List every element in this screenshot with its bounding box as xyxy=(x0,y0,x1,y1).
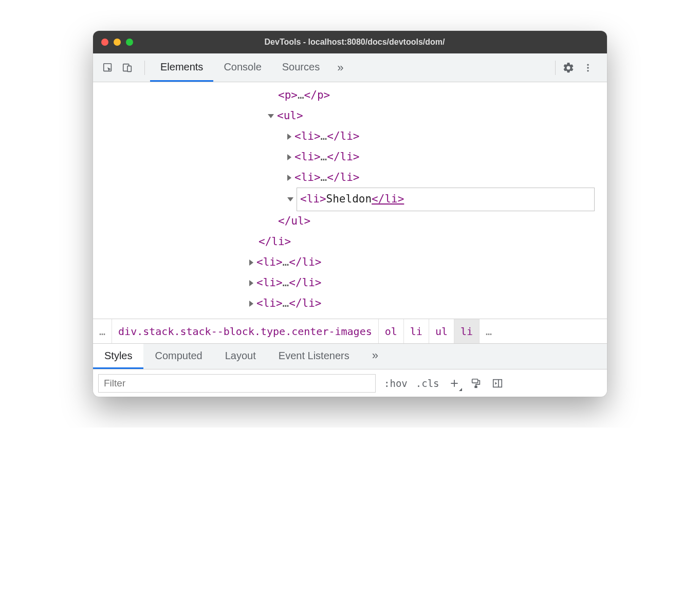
minimize-window-button[interactable] xyxy=(114,39,121,46)
dom-node-p[interactable]: <p> xyxy=(278,85,298,106)
dom-node-ul[interactable]: <ul> xyxy=(277,106,303,126)
expand-arrow-icon[interactable] xyxy=(287,134,291,140)
panel-tabs: Elements Console Sources » xyxy=(150,53,351,82)
dom-node-li[interactable]: <li> xyxy=(294,168,321,188)
breadcrumb-li-selected[interactable]: li xyxy=(454,319,480,343)
breadcrumb-overflow-left[interactable]: … xyxy=(93,319,112,343)
svg-rect-2 xyxy=(127,66,131,71)
settings-gear-icon[interactable] xyxy=(561,60,576,76)
svg-point-3 xyxy=(587,64,588,65)
tab-styles[interactable]: Styles xyxy=(93,344,143,369)
svg-rect-10 xyxy=(493,379,502,387)
tab-layout[interactable]: Layout xyxy=(214,344,267,369)
svg-point-5 xyxy=(587,70,588,71)
expand-arrow-icon[interactable] xyxy=(287,197,293,201)
maximize-window-button[interactable] xyxy=(126,39,133,46)
expand-arrow-icon[interactable] xyxy=(249,280,253,286)
tab-event-listeners[interactable]: Event Listeners xyxy=(267,344,361,369)
separator xyxy=(144,61,145,75)
hover-state-button[interactable]: :hov xyxy=(384,378,408,389)
svg-point-4 xyxy=(587,67,588,68)
dom-node-li[interactable]: <li> xyxy=(294,126,321,147)
more-tabs-chevron-icon[interactable]: » xyxy=(361,344,390,369)
tab-computed[interactable]: Computed xyxy=(143,344,213,369)
titlebar: DevTools - localhost:8080/docs/devtools/… xyxy=(93,31,607,53)
devtools-window: DevTools - localhost:8080/docs/devtools/… xyxy=(93,31,607,397)
expand-arrow-icon[interactable] xyxy=(287,175,291,181)
svg-rect-9 xyxy=(475,386,477,387)
window-controls xyxy=(101,39,133,46)
classes-button[interactable]: .cls xyxy=(416,378,439,389)
device-toolbar-icon[interactable] xyxy=(120,60,135,76)
tab-elements[interactable]: Elements xyxy=(150,53,213,82)
styles-toolbar: :hov .cls xyxy=(93,369,607,397)
svg-rect-8 xyxy=(472,379,477,382)
breadcrumb-ol[interactable]: ol xyxy=(379,319,404,343)
breadcrumb-li[interactable]: li xyxy=(404,319,429,343)
kebab-menu-icon[interactable] xyxy=(580,60,596,76)
dom-node-li[interactable]: <li> xyxy=(256,293,283,314)
new-style-rule-icon[interactable] xyxy=(448,377,461,390)
dom-edit-field[interactable]: <li>Sheldon</li> xyxy=(297,188,595,211)
more-tabs-chevron-icon[interactable]: » xyxy=(330,53,351,82)
dom-node-li-close[interactable]: </li> xyxy=(259,232,291,252)
tab-sources[interactable]: Sources xyxy=(272,53,330,82)
window-title: DevTools - localhost:8080/docs/devtools/… xyxy=(143,38,599,47)
inspect-element-icon[interactable] xyxy=(100,60,116,76)
expand-arrow-icon[interactable] xyxy=(249,260,253,266)
dom-breadcrumb: … div.stack.stack--block.type.center-ima… xyxy=(93,319,607,343)
toggle-sidebar-icon[interactable] xyxy=(491,377,504,390)
dom-tree[interactable]: <p>…</p> <ul> <li>…</li> <li>…</li> <li>… xyxy=(93,82,607,319)
breadcrumb-ul[interactable]: ul xyxy=(429,319,454,343)
expand-arrow-icon[interactable] xyxy=(249,301,253,307)
close-window-button[interactable] xyxy=(101,39,108,46)
dom-node-ul-close[interactable]: </ul> xyxy=(278,211,310,232)
breadcrumb-overflow-right[interactable]: … xyxy=(480,319,498,343)
expand-arrow-icon[interactable] xyxy=(287,154,291,160)
separator xyxy=(555,61,556,75)
styles-panel-tabs: Styles Computed Layout Event Listeners » xyxy=(93,343,607,369)
breadcrumb-div[interactable]: div.stack.stack--block.type.center-image… xyxy=(112,319,379,343)
expand-arrow-icon[interactable] xyxy=(268,114,274,118)
paint-icon[interactable] xyxy=(469,377,483,390)
dom-node-li[interactable]: <li> xyxy=(256,252,283,273)
dom-node-li[interactable]: <li> xyxy=(294,147,321,168)
tab-console[interactable]: Console xyxy=(213,53,271,82)
main-toolbar: Elements Console Sources » xyxy=(93,53,607,82)
styles-filter-input[interactable] xyxy=(98,374,376,393)
dom-node-li[interactable]: <li> xyxy=(256,273,283,293)
